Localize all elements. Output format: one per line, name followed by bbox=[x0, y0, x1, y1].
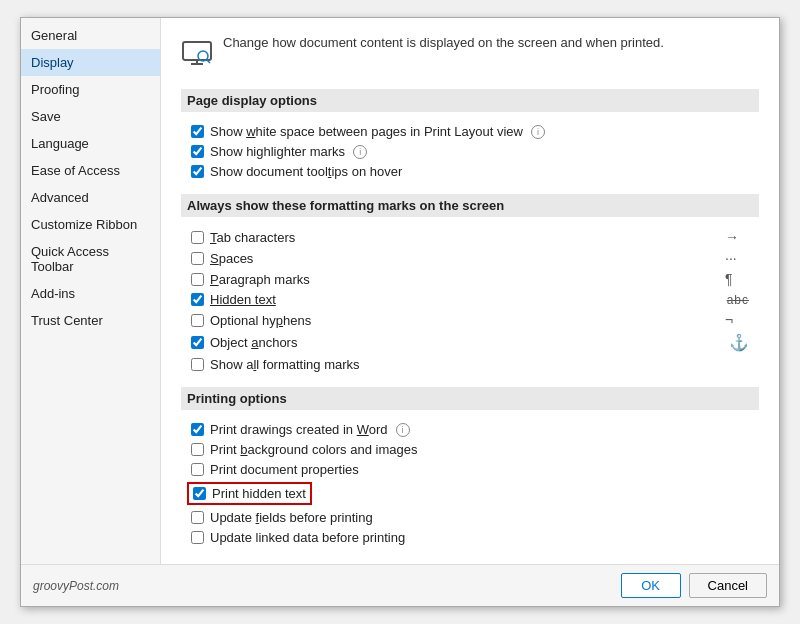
update-linked-checkbox[interactable] bbox=[191, 531, 204, 544]
sidebar-item-display[interactable]: Display bbox=[21, 49, 160, 76]
option-show-white-space: Show white space between pages in Print … bbox=[191, 124, 749, 139]
sidebar-item-customize-ribbon[interactable]: Customize Ribbon bbox=[21, 211, 160, 238]
print-background-label[interactable]: Print background colors and images bbox=[210, 442, 417, 457]
option-spaces: Spaces ··· bbox=[191, 250, 749, 266]
brand-label: groovyPost.com bbox=[33, 579, 119, 593]
paragraph-marks-label[interactable]: Paragraph marks bbox=[210, 272, 719, 287]
page-display-section-content: Show white space between pages in Print … bbox=[181, 120, 759, 194]
spaces-label[interactable]: Spaces bbox=[210, 251, 719, 266]
update-fields-checkbox[interactable] bbox=[191, 511, 204, 524]
tab-chars-checkbox[interactable] bbox=[191, 231, 204, 244]
sidebar-item-quick-access-toolbar[interactable]: Quick Access Toolbar bbox=[21, 238, 160, 280]
formatting-marks-section-content: Tab characters → Spaces ··· Paragraph ma… bbox=[181, 225, 759, 387]
optional-hyphens-label[interactable]: Optional hyphens bbox=[210, 313, 719, 328]
option-print-hidden-text: Print hidden text bbox=[191, 482, 749, 505]
page-display-section-header: Page display options bbox=[181, 89, 759, 112]
tab-chars-label[interactable]: Tab characters bbox=[210, 230, 719, 245]
show-highlighter-label[interactable]: Show highlighter marks bbox=[210, 144, 345, 159]
sidebar-item-advanced[interactable]: Advanced bbox=[21, 184, 160, 211]
content-header: Change how document content is displayed… bbox=[181, 34, 759, 75]
content-area: Change how document content is displayed… bbox=[161, 18, 779, 564]
word-options-dialog: General Display Proofing Save Language E… bbox=[20, 17, 780, 607]
print-doc-props-label[interactable]: Print document properties bbox=[210, 462, 359, 477]
print-hidden-label[interactable]: Print hidden text bbox=[212, 486, 306, 501]
print-doc-props-checkbox[interactable] bbox=[191, 463, 204, 476]
dialog-body: General Display Proofing Save Language E… bbox=[21, 18, 779, 564]
printing-options-section-header: Printing options bbox=[181, 387, 759, 410]
sidebar-item-proofing[interactable]: Proofing bbox=[21, 76, 160, 103]
print-background-checkbox[interactable] bbox=[191, 443, 204, 456]
paragraph-marks-symbol: ¶ bbox=[725, 271, 749, 287]
sidebar-item-general[interactable]: General bbox=[21, 22, 160, 49]
print-hidden-text-highlight: Print hidden text bbox=[187, 482, 312, 505]
sidebar-item-add-ins[interactable]: Add-ins bbox=[21, 280, 160, 307]
option-update-fields: Update fields before printing bbox=[191, 510, 749, 525]
sidebar: General Display Proofing Save Language E… bbox=[21, 18, 161, 564]
ok-button[interactable]: OK bbox=[621, 573, 681, 598]
show-tooltips-label[interactable]: Show document tooltips on hover bbox=[210, 164, 402, 179]
sidebar-item-ease-of-access[interactable]: Ease of Access bbox=[21, 157, 160, 184]
option-paragraph-marks: Paragraph marks ¶ bbox=[191, 271, 749, 287]
option-show-all-marks: Show all formatting marks bbox=[191, 357, 749, 372]
show-white-space-checkbox[interactable] bbox=[191, 125, 204, 138]
show-tooltips-checkbox[interactable] bbox=[191, 165, 204, 178]
object-anchors-label[interactable]: Object anchors bbox=[210, 335, 723, 350]
print-hidden-checkbox[interactable] bbox=[193, 487, 206, 500]
formatting-marks-section-header: Always show these formatting marks on th… bbox=[181, 194, 759, 217]
object-anchors-symbol: ⚓ bbox=[729, 333, 749, 352]
hidden-text-symbol: abc bbox=[727, 293, 749, 307]
printing-options-section-content: Print drawings created in Word i Print b… bbox=[181, 418, 759, 560]
display-icon bbox=[181, 36, 213, 75]
print-drawings-checkbox[interactable] bbox=[191, 423, 204, 436]
header-description: Change how document content is displayed… bbox=[223, 34, 664, 52]
sidebar-item-language[interactable]: Language bbox=[21, 130, 160, 157]
print-drawings-info-icon[interactable]: i bbox=[396, 423, 410, 437]
option-hidden-text: Hidden text abc bbox=[191, 292, 749, 307]
option-show-highlighter: Show highlighter marks i bbox=[191, 144, 749, 159]
option-tab-chars: Tab characters → bbox=[191, 229, 749, 245]
update-linked-label[interactable]: Update linked data before printing bbox=[210, 530, 405, 545]
option-print-doc-props: Print document properties bbox=[191, 462, 749, 477]
dialog-footer: groovyPost.com OK Cancel bbox=[21, 564, 779, 606]
show-white-space-label[interactable]: Show white space between pages in Print … bbox=[210, 124, 523, 139]
optional-hyphens-symbol: ¬ bbox=[725, 312, 749, 328]
show-highlighter-info-icon[interactable]: i bbox=[353, 145, 367, 159]
option-update-linked: Update linked data before printing bbox=[191, 530, 749, 545]
optional-hyphens-checkbox[interactable] bbox=[191, 314, 204, 327]
option-print-background: Print background colors and images bbox=[191, 442, 749, 457]
cancel-button[interactable]: Cancel bbox=[689, 573, 767, 598]
paragraph-marks-checkbox[interactable] bbox=[191, 273, 204, 286]
hidden-text-label[interactable]: Hidden text bbox=[210, 292, 721, 307]
option-show-tooltips: Show document tooltips on hover bbox=[191, 164, 749, 179]
option-print-drawings: Print drawings created in Word i bbox=[191, 422, 749, 437]
option-object-anchors: Object anchors ⚓ bbox=[191, 333, 749, 352]
hidden-text-checkbox[interactable] bbox=[191, 293, 204, 306]
object-anchors-checkbox[interactable] bbox=[191, 336, 204, 349]
show-white-space-info-icon[interactable]: i bbox=[531, 125, 545, 139]
sidebar-item-save[interactable]: Save bbox=[21, 103, 160, 130]
show-highlighter-checkbox[interactable] bbox=[191, 145, 204, 158]
spaces-checkbox[interactable] bbox=[191, 252, 204, 265]
update-fields-label[interactable]: Update fields before printing bbox=[210, 510, 373, 525]
show-all-marks-label[interactable]: Show all formatting marks bbox=[210, 357, 719, 372]
svg-rect-0 bbox=[183, 42, 211, 60]
sidebar-item-trust-center[interactable]: Trust Center bbox=[21, 307, 160, 334]
show-all-marks-checkbox[interactable] bbox=[191, 358, 204, 371]
print-drawings-label[interactable]: Print drawings created in Word bbox=[210, 422, 388, 437]
option-optional-hyphens: Optional hyphens ¬ bbox=[191, 312, 749, 328]
tab-chars-symbol: → bbox=[725, 229, 749, 245]
spaces-symbol: ··· bbox=[725, 250, 749, 266]
